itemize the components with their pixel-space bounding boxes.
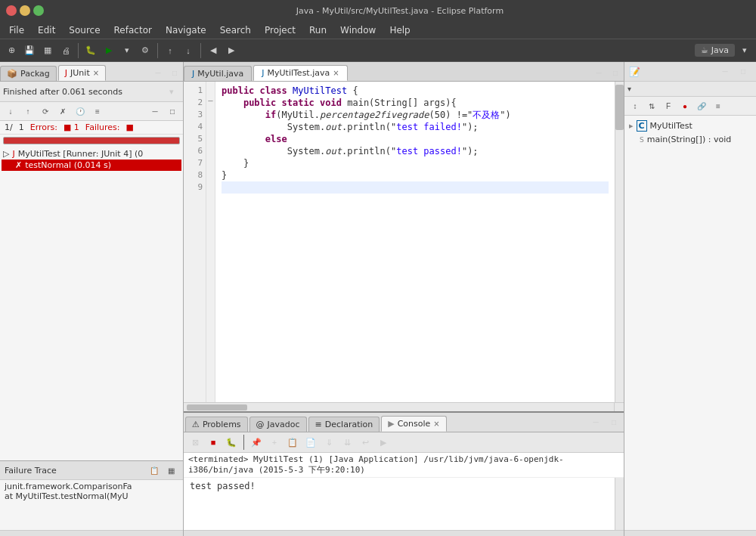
console-copy-btn[interactable]: 📋 bbox=[284, 434, 301, 451]
junit-panel-min[interactable]: ─ bbox=[147, 104, 163, 119]
outline-max-btn[interactable]: □ bbox=[735, 64, 751, 80]
next-annotation[interactable]: ↓ bbox=[180, 42, 197, 59]
left-bottom-scrollbar[interactable] bbox=[0, 530, 183, 536]
ln-5: 5 bbox=[184, 133, 203, 145]
console-clear-btn[interactable]: ⊠ bbox=[187, 434, 203, 451]
console-pin-btn[interactable]: 📌 bbox=[248, 434, 265, 451]
outline-collapse-btn[interactable]: ↕ bbox=[627, 98, 643, 113]
outline-method-item[interactable]: S main(String[]) : void bbox=[627, 133, 753, 146]
bottom-panel-max[interactable]: □ bbox=[606, 414, 622, 430]
maximize-button[interactable] bbox=[33, 5, 44, 16]
outline-filter-fields[interactable]: F bbox=[661, 98, 676, 113]
menu-help[interactable]: Help bbox=[383, 23, 416, 37]
code-editor[interactable]: public class MyUtilTest { public static … bbox=[215, 82, 615, 402]
outline-scrollbar-x[interactable] bbox=[624, 530, 756, 536]
menu-run[interactable]: Run bbox=[303, 23, 333, 37]
test-suite-row[interactable]: ▷ J MyUtilTest [Runner: JUnit 4] (0 bbox=[2, 148, 181, 160]
console-output-area: test passed! bbox=[184, 478, 624, 530]
console-open-file[interactable]: ▶ bbox=[375, 434, 392, 451]
test-item-icon: ✗ bbox=[15, 160, 22, 170]
debug-button[interactable]: 🐛 bbox=[82, 42, 99, 59]
console-paste-btn[interactable]: 📄 bbox=[302, 434, 319, 451]
outline-link-btn[interactable]: 🔗 bbox=[694, 98, 709, 113]
maximize-panel-button[interactable]: □ bbox=[166, 64, 183, 81]
outline-sort-btn[interactable]: ⇅ bbox=[644, 98, 659, 113]
junit-btn-history[interactable]: 🕐 bbox=[73, 104, 88, 119]
tab-myutil-java[interactable]: J MyUtil.java bbox=[184, 66, 252, 81]
ft-copy-btn[interactable]: 📋 bbox=[147, 463, 162, 478]
prev-annotation[interactable]: ↑ bbox=[162, 42, 178, 59]
test-item-row[interactable]: ✗ testNormal (0.014 s) bbox=[2, 160, 181, 171]
tab-myutiltest-java[interactable]: J MyUtilTest.java × bbox=[253, 65, 347, 81]
center-col: J MyUtil.java J MyUtilTest.java × ─ □ bbox=[184, 62, 624, 536]
minimize-button[interactable] bbox=[20, 5, 30, 16]
perspective-button[interactable]: ▾ bbox=[736, 42, 753, 59]
editor-min-btn[interactable]: ─ bbox=[590, 64, 607, 81]
editor-scroll-thumb[interactable] bbox=[615, 85, 624, 130]
junit-chevron-down[interactable]: ▾ bbox=[163, 83, 180, 100]
console-sep bbox=[243, 435, 244, 450]
outline-dropdown[interactable]: ▾ bbox=[624, 82, 756, 97]
outline-min-btn[interactable]: ─ bbox=[717, 64, 733, 80]
tab-junit-close[interactable]: × bbox=[93, 69, 99, 77]
nav-prev[interactable]: ◀ bbox=[205, 42, 222, 59]
tab-junit[interactable]: J JUnit × bbox=[58, 65, 106, 81]
menu-project[interactable]: Project bbox=[259, 23, 302, 37]
run-dropdown[interactable]: ▾ bbox=[119, 42, 135, 59]
console-output[interactable]: test passed! bbox=[184, 478, 615, 530]
collapse-marker[interactable]: − bbox=[206, 97, 215, 105]
console-scroll-end[interactable]: ⇊ bbox=[339, 434, 355, 451]
run-button[interactable]: ▶ bbox=[101, 42, 117, 59]
tab-package-explorer[interactable]: 📦 Packag bbox=[0, 66, 57, 81]
ln-9: 9 bbox=[184, 181, 203, 194]
menu-search[interactable]: Search bbox=[214, 23, 257, 37]
console-word-wrap[interactable]: ↩ bbox=[357, 434, 373, 451]
menu-edit[interactable]: Edit bbox=[32, 23, 61, 37]
new-button[interactable]: ⊕ bbox=[3, 42, 20, 59]
menu-file[interactable]: File bbox=[3, 23, 30, 37]
close-button[interactable] bbox=[6, 5, 17, 16]
eclipse-perspective-java[interactable]: ☕ Java - MyUtil/src/MyUtilTest.java - Ec… bbox=[695, 44, 735, 57]
tab-console-close[interactable]: × bbox=[433, 420, 439, 428]
print-button[interactable]: 🖨 bbox=[57, 42, 74, 59]
outline-more-btn[interactable]: ≡ bbox=[711, 98, 726, 113]
console-new-btn[interactable]: + bbox=[266, 434, 283, 451]
console-scrollbar-x[interactable] bbox=[184, 530, 624, 536]
outline-header: 📝 Outline ─ □ bbox=[624, 62, 756, 82]
tab-console[interactable]: ▶ Console × bbox=[381, 416, 447, 432]
console-scroll-lock[interactable]: ⇓ bbox=[321, 434, 337, 451]
menu-window[interactable]: Window bbox=[334, 23, 382, 37]
titlebar: Java - MyUtil/src/MyUtilTest.java - Ecli… bbox=[0, 0, 756, 21]
menu-refactor[interactable]: Refactor bbox=[108, 23, 158, 37]
editor-scrollbar-x[interactable] bbox=[184, 403, 615, 411]
minimize-panel-button[interactable]: ─ bbox=[150, 64, 166, 81]
bottom-panel-min[interactable]: ─ bbox=[587, 414, 604, 430]
junit-btn-2[interactable]: ↑ bbox=[20, 104, 36, 119]
save-all-button[interactable]: ▦ bbox=[39, 42, 56, 59]
menu-source[interactable]: Source bbox=[63, 23, 106, 37]
console-scrollbar-y[interactable] bbox=[615, 478, 624, 530]
junit-btn-rerun[interactable]: ⟳ bbox=[38, 104, 53, 119]
ft-filter-btn[interactable]: ▦ bbox=[163, 463, 178, 478]
junit-btn-1[interactable]: ↓ bbox=[3, 104, 18, 119]
tab-myutiltest-close[interactable]: × bbox=[333, 69, 339, 77]
editor-max-btn[interactable]: □ bbox=[607, 64, 624, 81]
junit-btn-failures-only[interactable]: ✗ bbox=[55, 104, 70, 119]
junit-btn-4[interactable]: ≡ bbox=[90, 104, 105, 119]
editor-scrollbar-y[interactable] bbox=[615, 82, 624, 402]
tab-console-label: Console bbox=[398, 419, 431, 429]
console-terminate-btn[interactable]: ■ bbox=[205, 434, 222, 451]
tab-javadoc[interactable]: @ Javadoc bbox=[249, 417, 307, 432]
editor-scroll-thumb-x[interactable] bbox=[187, 404, 247, 411]
junit-panel-max[interactable]: □ bbox=[165, 104, 180, 119]
outline-filter-static[interactable]: ● bbox=[677, 98, 692, 113]
run-ext-button[interactable]: ⚙ bbox=[137, 42, 153, 59]
save-button[interactable]: 💾 bbox=[21, 42, 38, 59]
outline-class-item[interactable]: ▸ C MyUtilTest bbox=[627, 119, 753, 133]
tab-javadoc-label: Javadoc bbox=[268, 420, 300, 429]
console-debug-btn[interactable]: 🐛 bbox=[223, 434, 240, 451]
tab-problems[interactable]: ⚠ Problems bbox=[185, 417, 248, 432]
menu-navigate[interactable]: Navigate bbox=[160, 23, 212, 37]
tab-declaration[interactable]: ≡ Declaration bbox=[308, 417, 380, 432]
nav-next[interactable]: ▶ bbox=[223, 42, 240, 59]
